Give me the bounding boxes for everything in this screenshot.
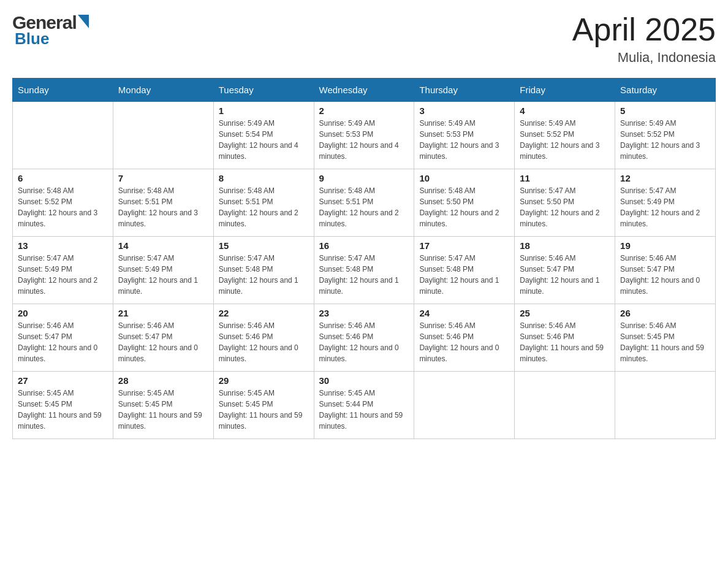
day-number: 23 — [319, 308, 409, 318]
day-number: 9 — [319, 173, 409, 183]
day-info: Sunrise: 5:46 AMSunset: 5:46 PMDaylight:… — [319, 320, 409, 364]
day-number: 19 — [620, 240, 710, 251]
day-number: 7 — [118, 173, 208, 183]
day-info: Sunrise: 5:49 AMSunset: 5:53 PMDaylight:… — [319, 118, 409, 162]
day-info: Sunrise: 5:49 AMSunset: 5:52 PMDaylight:… — [620, 118, 710, 162]
day-info: Sunrise: 5:46 AMSunset: 5:47 PMDaylight:… — [620, 253, 710, 297]
day-number: 24 — [419, 308, 509, 318]
day-number: 29 — [219, 375, 309, 386]
day-number: 2 — [319, 105, 409, 116]
week-row-4: 20Sunrise: 5:46 AMSunset: 5:47 PMDayligh… — [13, 304, 716, 372]
day-number: 5 — [620, 105, 710, 116]
calendar-cell-w1-d2 — [113, 102, 213, 169]
day-number: 22 — [219, 308, 309, 318]
location-title: Mulia, Indonesia — [572, 50, 716, 66]
logo: General Blue — [12, 12, 89, 48]
month-title: April 2025 — [572, 12, 716, 47]
calendar-cell-w1-d5: 3Sunrise: 5:49 AMSunset: 5:53 PMDaylight… — [414, 102, 515, 169]
calendar-cell-w1-d3: 1Sunrise: 5:49 AMSunset: 5:54 PMDaylight… — [213, 102, 314, 169]
day-info: Sunrise: 5:46 AMSunset: 5:46 PMDaylight:… — [219, 320, 309, 364]
day-number: 10 — [419, 173, 509, 183]
calendar-cell-w5-d1: 27Sunrise: 5:45 AMSunset: 5:45 PMDayligh… — [13, 372, 113, 439]
title-section: April 2025 Mulia, Indonesia — [572, 12, 716, 66]
logo-triangle-icon — [78, 15, 89, 28]
week-row-1: 1Sunrise: 5:49 AMSunset: 5:54 PMDaylight… — [13, 102, 716, 169]
day-number: 27 — [18, 375, 108, 386]
col-thursday: Thursday — [414, 79, 515, 102]
calendar-cell-w2-d2: 7Sunrise: 5:48 AMSunset: 5:51 PMDaylight… — [113, 169, 213, 237]
calendar-cell-w1-d6: 4Sunrise: 5:49 AMSunset: 5:52 PMDaylight… — [515, 102, 615, 169]
day-number: 16 — [319, 240, 409, 251]
day-number: 30 — [319, 375, 409, 386]
col-wednesday: Wednesday — [314, 79, 414, 102]
calendar-cell-w2-d6: 11Sunrise: 5:47 AMSunset: 5:50 PMDayligh… — [515, 169, 615, 237]
calendar-cell-w3-d3: 15Sunrise: 5:47 AMSunset: 5:48 PMDayligh… — [213, 237, 314, 304]
calendar-cell-w4-d6: 25Sunrise: 5:46 AMSunset: 5:46 PMDayligh… — [515, 304, 615, 372]
calendar-cell-w4-d5: 24Sunrise: 5:46 AMSunset: 5:46 PMDayligh… — [414, 304, 515, 372]
day-number: 4 — [520, 105, 610, 116]
calendar-cell-w2-d3: 8Sunrise: 5:48 AMSunset: 5:51 PMDaylight… — [213, 169, 314, 237]
day-number: 17 — [419, 240, 509, 251]
day-number: 11 — [520, 173, 610, 183]
day-number: 26 — [620, 308, 710, 318]
calendar-cell-w5-d4: 30Sunrise: 5:45 AMSunset: 5:44 PMDayligh… — [314, 372, 414, 439]
calendar-cell-w3-d5: 17Sunrise: 5:47 AMSunset: 5:48 PMDayligh… — [414, 237, 515, 304]
week-row-5: 27Sunrise: 5:45 AMSunset: 5:45 PMDayligh… — [13, 372, 716, 439]
day-info: Sunrise: 5:46 AMSunset: 5:46 PMDaylight:… — [520, 320, 610, 364]
calendar-cell-w5-d6 — [515, 372, 615, 439]
calendar-cell-w4-d3: 22Sunrise: 5:46 AMSunset: 5:46 PMDayligh… — [213, 304, 314, 372]
day-info: Sunrise: 5:45 AMSunset: 5:45 PMDaylight:… — [118, 388, 208, 432]
col-monday: Monday — [113, 79, 213, 102]
day-info: Sunrise: 5:47 AMSunset: 5:48 PMDaylight:… — [419, 253, 509, 297]
col-sunday: Sunday — [13, 79, 113, 102]
calendar-cell-w3-d6: 18Sunrise: 5:46 AMSunset: 5:47 PMDayligh… — [515, 237, 615, 304]
calendar-cell-w3-d2: 14Sunrise: 5:47 AMSunset: 5:49 PMDayligh… — [113, 237, 213, 304]
calendar-header-row: Sunday Monday Tuesday Wednesday Thursday… — [13, 79, 716, 102]
day-number: 3 — [419, 105, 509, 116]
calendar-cell-w5-d7 — [615, 372, 716, 439]
day-info: Sunrise: 5:46 AMSunset: 5:47 PMDaylight:… — [118, 320, 208, 364]
calendar-cell-w3-d1: 13Sunrise: 5:47 AMSunset: 5:49 PMDayligh… — [13, 237, 113, 304]
calendar-cell-w4-d4: 23Sunrise: 5:46 AMSunset: 5:46 PMDayligh… — [314, 304, 414, 372]
day-info: Sunrise: 5:46 AMSunset: 5:45 PMDaylight:… — [620, 320, 710, 364]
calendar-cell-w5-d3: 29Sunrise: 5:45 AMSunset: 5:45 PMDayligh… — [213, 372, 314, 439]
day-number: 14 — [118, 240, 208, 251]
day-number: 21 — [118, 308, 208, 318]
day-info: Sunrise: 5:47 AMSunset: 5:49 PMDaylight:… — [18, 253, 108, 297]
day-number: 25 — [520, 308, 610, 318]
logo-blue-text: Blue — [12, 29, 89, 48]
day-info: Sunrise: 5:49 AMSunset: 5:52 PMDaylight:… — [520, 118, 610, 162]
col-tuesday: Tuesday — [213, 79, 314, 102]
day-info: Sunrise: 5:48 AMSunset: 5:52 PMDaylight:… — [18, 185, 108, 229]
calendar-cell-w4-d2: 21Sunrise: 5:46 AMSunset: 5:47 PMDayligh… — [113, 304, 213, 372]
calendar-cell-w2-d5: 10Sunrise: 5:48 AMSunset: 5:50 PMDayligh… — [414, 169, 515, 237]
svg-marker-0 — [78, 15, 89, 28]
week-row-2: 6Sunrise: 5:48 AMSunset: 5:52 PMDaylight… — [13, 169, 716, 237]
day-number: 15 — [219, 240, 309, 251]
calendar-cell-w4-d1: 20Sunrise: 5:46 AMSunset: 5:47 PMDayligh… — [13, 304, 113, 372]
day-number: 28 — [118, 375, 208, 386]
calendar-table: Sunday Monday Tuesday Wednesday Thursday… — [12, 78, 716, 439]
calendar-cell-w1-d4: 2Sunrise: 5:49 AMSunset: 5:53 PMDaylight… — [314, 102, 414, 169]
calendar-cell-w2-d1: 6Sunrise: 5:48 AMSunset: 5:52 PMDaylight… — [13, 169, 113, 237]
day-number: 8 — [219, 173, 309, 183]
calendar-cell-w3-d4: 16Sunrise: 5:47 AMSunset: 5:48 PMDayligh… — [314, 237, 414, 304]
calendar-cell-w2-d4: 9Sunrise: 5:48 AMSunset: 5:51 PMDaylight… — [314, 169, 414, 237]
day-number: 12 — [620, 173, 710, 183]
calendar-cell-w1-d1 — [13, 102, 113, 169]
calendar-cell-w5-d2: 28Sunrise: 5:45 AMSunset: 5:45 PMDayligh… — [113, 372, 213, 439]
day-info: Sunrise: 5:49 AMSunset: 5:53 PMDaylight:… — [419, 118, 509, 162]
col-saturday: Saturday — [615, 79, 716, 102]
page-header: General Blue April 2025 Mulia, Indonesia — [12, 12, 716, 66]
day-info: Sunrise: 5:46 AMSunset: 5:47 PMDaylight:… — [520, 253, 610, 297]
day-info: Sunrise: 5:47 AMSunset: 5:48 PMDaylight:… — [319, 253, 409, 297]
day-info: Sunrise: 5:46 AMSunset: 5:46 PMDaylight:… — [419, 320, 509, 364]
calendar-cell-w3-d7: 19Sunrise: 5:46 AMSunset: 5:47 PMDayligh… — [615, 237, 716, 304]
calendar-cell-w1-d7: 5Sunrise: 5:49 AMSunset: 5:52 PMDaylight… — [615, 102, 716, 169]
col-friday: Friday — [515, 79, 615, 102]
week-row-3: 13Sunrise: 5:47 AMSunset: 5:49 PMDayligh… — [13, 237, 716, 304]
day-number: 6 — [18, 173, 108, 183]
day-info: Sunrise: 5:48 AMSunset: 5:51 PMDaylight:… — [118, 185, 208, 229]
day-info: Sunrise: 5:48 AMSunset: 5:51 PMDaylight:… — [319, 185, 409, 229]
day-info: Sunrise: 5:49 AMSunset: 5:54 PMDaylight:… — [219, 118, 309, 162]
